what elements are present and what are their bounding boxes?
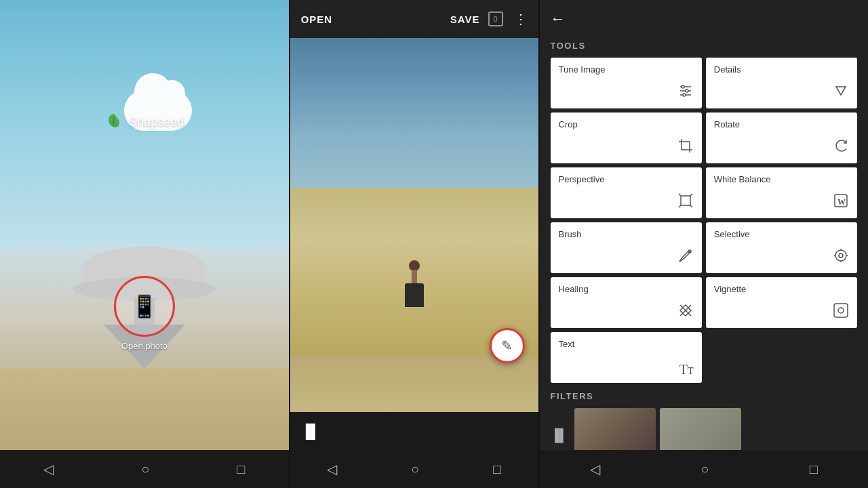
filters-stats-icon[interactable]: ▐▌	[551, 428, 568, 443]
perspective-icon	[677, 192, 694, 213]
tool-crop[interactable]: Crop	[551, 113, 702, 163]
tool-selective[interactable]: Selective	[706, 222, 857, 273]
tool-perspective[interactable]: Perspective	[551, 167, 702, 218]
back-nav-button[interactable]	[33, 455, 64, 483]
phone-icon: 📱	[131, 293, 158, 319]
svg-line-9	[679, 205, 681, 207]
stats-icon[interactable]: ▐▌	[301, 424, 320, 439]
tool-details-label: Details	[714, 64, 741, 75]
svg-point-1	[682, 85, 684, 88]
undo-badge[interactable]: 0	[488, 12, 503, 26]
open-photo-label: Open photo	[121, 341, 167, 351]
tool-tune-image-label: Tune Image	[559, 64, 606, 75]
filters-row: ▐▌ Lens Blur Glamour Glow	[551, 408, 857, 450]
brush-icon	[677, 247, 694, 268]
recents-nav-button[interactable]	[482, 456, 512, 483]
open-photo-button[interactable]: 📱 Open photo	[114, 276, 175, 351]
editor-header: OPEN SAVE 0 ⋮	[290, 0, 538, 38]
crop-icon	[677, 138, 694, 158]
tool-brush-label: Brush	[559, 229, 582, 239]
svg-text:W: W	[837, 197, 846, 207]
svg-rect-6	[681, 196, 690, 205]
more-options-button[interactable]: ⋮	[514, 11, 528, 27]
tools-grid: Tune Image Details	[551, 58, 857, 383]
svg-point-3	[686, 89, 688, 92]
svg-point-15	[839, 253, 843, 258]
ground-bg	[0, 369, 289, 450]
tools-content-inner: TOOLS Tune Image Details	[551, 41, 857, 450]
svg-point-14	[835, 250, 846, 261]
tool-vignette-label: Vignette	[714, 284, 746, 294]
tool-rotate-label: Rotate	[714, 119, 740, 129]
tools-content: TOOLS Tune Image Details	[540, 38, 868, 450]
tool-rotate[interactable]: Rotate	[706, 113, 857, 163]
home-nav-button[interactable]	[400, 456, 430, 483]
header-right-group: SAVE 0 ⋮	[450, 11, 528, 27]
details-icon	[833, 83, 849, 103]
screen2-editor: OPEN SAVE 0 ⋮ ✎ ▐▌	[290, 0, 538, 488]
tools-section-title: TOOLS	[551, 41, 857, 51]
pencil-icon: ✎	[501, 338, 513, 354]
svg-line-8	[690, 194, 692, 196]
svg-rect-22	[834, 304, 848, 317]
tool-text-label: Text	[559, 339, 575, 349]
tool-healing[interactable]: Healing	[551, 277, 702, 328]
filters-section: FILTERS ▐▌ Lens Blur Glamour Glow	[551, 391, 857, 450]
healing-icon	[677, 302, 694, 323]
tool-perspective-label: Perspective	[559, 174, 605, 184]
tool-text[interactable]: Text Tт	[551, 332, 702, 383]
home-nav-button[interactable]	[690, 456, 719, 483]
editor-bottom-bar: ▐▌	[290, 412, 538, 450]
back-button[interactable]: ←	[551, 10, 566, 28]
filter-lens-blur[interactable]: Lens Blur	[574, 408, 656, 450]
screen1-home: Snapseed 📱 Open photo	[0, 0, 289, 488]
back-nav-button[interactable]	[579, 455, 611, 483]
recents-nav-button[interactable]	[226, 456, 256, 483]
tool-white-balance-label: White Balance	[714, 174, 771, 184]
open-button[interactable]: OPEN	[301, 14, 333, 25]
editor-photo-area[interactable]: ✎	[290, 38, 538, 412]
back-nav-button[interactable]	[316, 455, 348, 483]
filter-glamour-glow[interactable]: Glamour Glow	[660, 408, 741, 450]
tool-brush[interactable]: Brush	[551, 222, 702, 273]
screen2-navbar	[290, 450, 538, 488]
svg-point-5	[683, 94, 686, 96]
tool-details[interactable]: Details	[706, 58, 857, 108]
tool-selective-label: Selective	[714, 229, 750, 239]
screen3-navbar	[540, 450, 868, 488]
save-button[interactable]: SAVE	[450, 14, 480, 25]
filters-section-title: FILTERS	[551, 391, 857, 401]
rotate-icon	[833, 138, 849, 158]
app-logo: Snapseed	[104, 113, 184, 131]
person-silhouette	[405, 260, 424, 307]
app-name-label: Snapseed	[129, 115, 184, 129]
svg-line-10	[690, 205, 692, 207]
recents-nav-button[interactable]	[799, 456, 829, 483]
tool-tune-image[interactable]: Tune Image	[551, 58, 702, 108]
snapseed-leaf-icon	[104, 113, 123, 131]
tool-white-balance[interactable]: White Balance W	[706, 167, 857, 218]
white-balance-icon: W	[833, 192, 849, 213]
vignette-icon	[833, 302, 849, 323]
tune-image-icon	[677, 83, 694, 103]
open-photo-circle[interactable]: 📱	[114, 276, 175, 337]
home-nav-button[interactable]	[130, 456, 160, 483]
screen1-background-photo: Snapseed 📱 Open photo	[0, 0, 289, 450]
beach-sky	[290, 38, 538, 206]
tool-healing-label: Healing	[559, 284, 589, 294]
screen1-navbar	[0, 450, 289, 488]
svg-point-23	[838, 308, 844, 313]
edit-fab-button[interactable]: ✎	[490, 328, 525, 363]
tool-vignette[interactable]: Vignette	[706, 277, 857, 328]
screen3-tools: ← TOOLS Tune Image	[540, 0, 868, 488]
tools-header: ←	[540, 0, 868, 38]
selective-icon	[833, 247, 849, 268]
svg-line-7	[679, 194, 681, 196]
text-tool-icon: Tт	[679, 362, 694, 378]
tool-crop-label: Crop	[559, 119, 578, 129]
